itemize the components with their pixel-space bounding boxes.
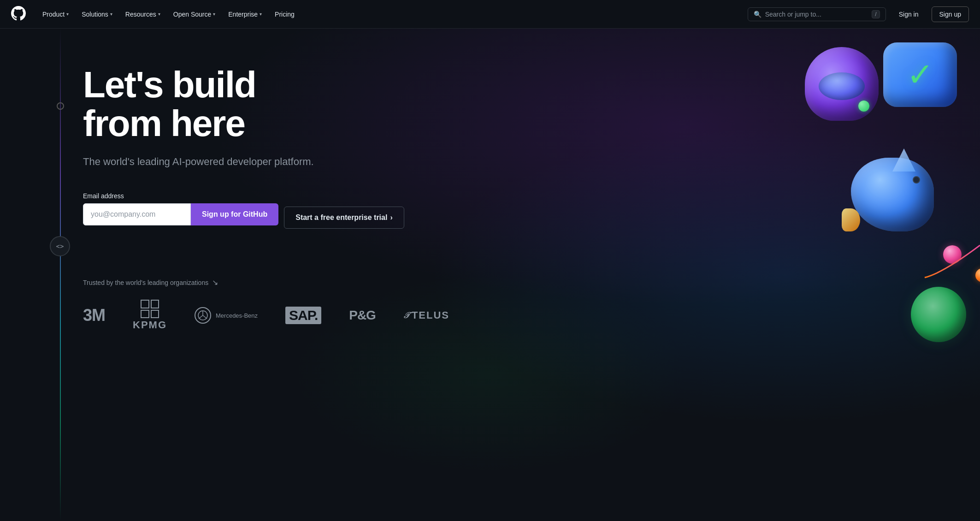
nav-item-pricing[interactable]: Pricing [269, 7, 300, 22]
trusted-arrow-icon: ↘ [212, 278, 218, 287]
nav-item-product[interactable]: Product ▾ [37, 7, 74, 22]
svg-line-2 [203, 315, 207, 319]
nav-item-opensource[interactable]: Open Source ▾ [168, 7, 221, 22]
chevron-down-icon: ▾ [158, 12, 160, 17]
hero-section: <> ✓ [0, 29, 980, 521]
logo-pg: P&G [349, 308, 376, 323]
nav-item-resources[interactable]: Resources ▾ [120, 7, 166, 22]
signup-nav-button[interactable]: Sign up [932, 6, 969, 22]
signup-form: Sign up for GitHub [83, 203, 278, 225]
search-shortcut-badge: / [872, 10, 880, 18]
nav-item-enterprise[interactable]: Enterprise ▾ [223, 7, 267, 22]
signin-button[interactable]: Sign in [891, 7, 926, 22]
telus-script-icon: 𝒯 [403, 311, 408, 320]
arrow-icon: › [390, 213, 392, 222]
search-bar[interactable]: 🔍 Search or jump to... / [748, 7, 886, 21]
logo-mercedes-benz: Mercedes-Benz [195, 307, 258, 324]
chevron-down-icon: ▾ [66, 12, 69, 17]
hero-content: Let's build from here The world's leadin… [0, 29, 415, 260]
nav-links: Product ▾ Solutions ▾ Resources ▾ Open S… [37, 7, 748, 22]
logo-kpmg: KPMG [133, 300, 167, 331]
kpmg-grid-icon [141, 300, 159, 318]
chevron-down-icon: ▾ [110, 12, 112, 17]
trusted-label: Trusted by the world's leading organizat… [83, 278, 897, 287]
email-input[interactable] [83, 203, 191, 225]
logo-sap: SAP. [285, 307, 321, 324]
signup-form-row: Sign up for GitHub Start a free enterpri… [83, 203, 332, 232]
hero-title: Let's build from here [83, 65, 332, 143]
company-logos-row: 3M KPMG [83, 300, 897, 331]
github-logo[interactable] [11, 6, 26, 23]
nav-right: 🔍 Search or jump to... / Sign in Sign up [748, 6, 969, 22]
email-label: Email address [83, 192, 332, 200]
mercedes-star-icon [195, 307, 211, 324]
navigation: Product ▾ Solutions ▾ Resources ▾ Open S… [0, 0, 980, 29]
search-placeholder-text: Search or jump to... [765, 11, 868, 18]
search-icon: 🔍 [754, 11, 762, 18]
logo-telus: 𝒯 TELUS [403, 309, 449, 321]
hero-subtitle: The world's leading AI-powered developer… [83, 154, 332, 169]
chevron-down-icon: ▾ [213, 12, 215, 17]
logo-3m: 3M [83, 306, 105, 325]
trusted-section: Trusted by the world's leading organizat… [0, 260, 980, 331]
mercedes-star-svg [198, 310, 208, 320]
nav-item-solutions[interactable]: Solutions ▾ [76, 7, 118, 22]
signup-github-button[interactable]: Sign up for GitHub [191, 203, 278, 225]
svg-line-3 [199, 315, 203, 319]
enterprise-trial-button[interactable]: Start a free enterprise trial › [284, 207, 404, 229]
chevron-down-icon: ▾ [260, 12, 262, 17]
